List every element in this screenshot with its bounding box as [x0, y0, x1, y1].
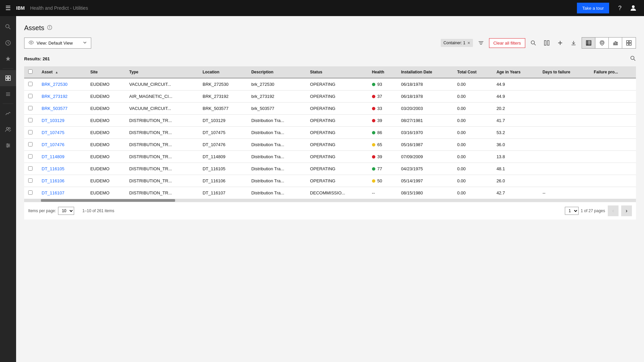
th-install-date[interactable]: Installation Date: [397, 66, 453, 78]
asset-link[interactable]: BRK_503577: [42, 106, 67, 111]
row-checkbox[interactable]: [28, 166, 33, 171]
row-checkbox[interactable]: [28, 94, 33, 98]
sidebar-item-search[interactable]: [0, 19, 16, 35]
sidebar-item-analytics[interactable]: [0, 105, 16, 121]
install-date-cell: 05/14/1997: [397, 175, 453, 187]
download-button[interactable]: [568, 38, 579, 48]
row-checkbox[interactable]: [28, 106, 33, 110]
scrollbar-thumb[interactable]: [41, 199, 175, 202]
add-button[interactable]: [555, 38, 566, 48]
row-checkbox-cell[interactable]: [24, 151, 38, 163]
asset-link[interactable]: DT_107475: [42, 130, 64, 135]
th-status[interactable]: Status: [306, 66, 368, 78]
search-icon-results[interactable]: [630, 55, 636, 62]
days-to-failure-cell: [538, 78, 590, 90]
asset-link[interactable]: DT_116106: [42, 178, 64, 183]
site-cell: EUDEMO: [86, 90, 125, 103]
description-cell: brk_503577: [247, 103, 306, 115]
filter-button[interactable]: [476, 38, 486, 48]
days-to-failure-cell: [538, 139, 590, 151]
table-row: BRK_503577EUDEMOVACUUM_CIRCUIT...BRK_503…: [24, 103, 636, 115]
row-checkbox[interactable]: [28, 118, 33, 122]
asset-link[interactable]: DT_103129: [42, 118, 64, 123]
row-checkbox-cell[interactable]: [24, 187, 38, 199]
th-asset[interactable]: Asset ▲: [38, 66, 86, 78]
search-button[interactable]: [528, 38, 539, 48]
days-to-failure-cell: [538, 127, 590, 139]
column-settings-button[interactable]: [541, 38, 552, 48]
row-checkbox-cell[interactable]: [24, 175, 38, 187]
map-view-button[interactable]: [595, 38, 609, 48]
type-cell: DISTRIBUTION_TR...: [125, 115, 199, 127]
th-age[interactable]: Age in Years: [492, 66, 538, 78]
asset-link[interactable]: BRK_272530: [42, 82, 67, 87]
health-dot: [372, 83, 375, 86]
svg-rect-44: [616, 42, 618, 45]
total-cost-cell: 0.00: [453, 103, 492, 115]
asset-link[interactable]: DT_116105: [42, 166, 64, 171]
th-health[interactable]: Health: [368, 66, 397, 78]
row-checkbox[interactable]: [28, 178, 33, 183]
items-per-page-select[interactable]: 10 20 50: [58, 207, 74, 215]
filter-tag-close-icon[interactable]: ×: [467, 40, 470, 46]
next-page-button[interactable]: ›: [621, 205, 632, 216]
page-number-select[interactable]: 1: [565, 207, 579, 215]
select-all-header[interactable]: [24, 66, 38, 78]
select-all-checkbox[interactable]: [28, 69, 33, 74]
row-checkbox-cell[interactable]: [24, 115, 38, 127]
row-checkbox-cell[interactable]: [24, 127, 38, 139]
row-checkbox-cell[interactable]: [24, 163, 38, 175]
health-value: 65: [377, 142, 382, 147]
th-location[interactable]: Location: [199, 66, 247, 78]
type-cell: AIR_MAGNETIC_CI...: [125, 90, 199, 103]
clear-all-filters-button[interactable]: Clear all filters: [489, 38, 525, 48]
row-checkbox[interactable]: [28, 82, 33, 86]
row-checkbox[interactable]: [28, 142, 33, 146]
chart-view-button[interactable]: [609, 38, 622, 48]
view-selector[interactable]: View: Default View: [24, 38, 91, 49]
asset-cell: DT_116106: [38, 175, 86, 187]
th-total-cost[interactable]: Total Cost: [453, 66, 492, 78]
hamburger-menu-icon[interactable]: ☰: [5, 4, 11, 12]
asset-link[interactable]: BRK_273192: [42, 94, 67, 99]
info-icon[interactable]: [47, 25, 52, 32]
svg-point-24: [50, 26, 50, 26]
asset-link[interactable]: DT_116107: [42, 190, 64, 195]
type-cell: DISTRIBUTION_TR...: [125, 139, 199, 151]
user-icon[interactable]: [628, 3, 639, 13]
sidebar-item-recent[interactable]: [0, 35, 16, 51]
th-status-label: Status: [310, 70, 322, 74]
table-row: DT_107476EUDEMODISTRIBUTION_TR...DT_1074…: [24, 139, 636, 151]
th-site[interactable]: Site: [86, 66, 125, 78]
row-checkbox-cell[interactable]: [24, 78, 38, 90]
th-type[interactable]: Type: [125, 66, 199, 78]
asset-link[interactable]: DT_107476: [42, 142, 64, 147]
take-tour-button[interactable]: Take a tour: [577, 3, 609, 13]
row-checkbox[interactable]: [28, 190, 33, 195]
th-failure-pro[interactable]: Failure pro...: [590, 66, 636, 78]
th-days-to-failure[interactable]: Days to failure: [538, 66, 590, 78]
row-checkbox[interactable]: [28, 130, 33, 134]
grid-view-button[interactable]: [622, 38, 636, 48]
help-icon[interactable]: ?: [614, 3, 625, 13]
sidebar-item-list[interactable]: [0, 86, 16, 102]
row-checkbox[interactable]: [28, 154, 33, 159]
svg-rect-5: [8, 76, 10, 78]
prev-page-button[interactable]: ‹: [608, 205, 619, 216]
age-cell: 53.2: [492, 127, 538, 139]
row-checkbox-cell[interactable]: [24, 90, 38, 103]
health-cell: 33: [368, 103, 397, 115]
row-checkbox-cell[interactable]: [24, 103, 38, 115]
sidebar-item-assets[interactable]: [0, 70, 16, 86]
total-cost-cell: 0.00: [453, 151, 492, 163]
sidebar-item-settings2[interactable]: [0, 137, 16, 154]
sidebar-item-pin[interactable]: [0, 51, 16, 67]
table-view-button[interactable]: [582, 38, 595, 48]
asset-link[interactable]: DT_114809: [42, 154, 64, 159]
view-label: View: Default View: [37, 41, 73, 46]
main-content: Assets View: Default View: [16, 16, 644, 362]
horizontal-scrollbar[interactable]: [24, 199, 636, 202]
th-description[interactable]: Description: [247, 66, 306, 78]
row-checkbox-cell[interactable]: [24, 139, 38, 151]
sidebar-item-people[interactable]: [0, 121, 16, 137]
